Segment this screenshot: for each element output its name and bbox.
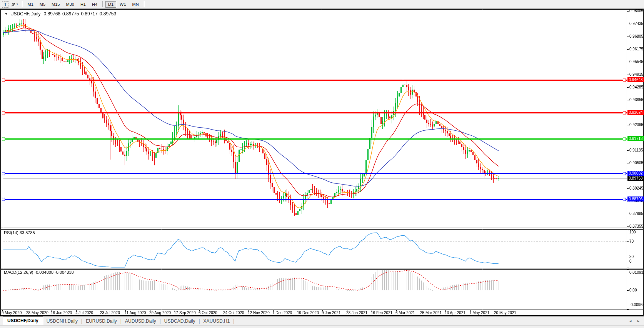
date-label: 1 Dec 2020	[272, 311, 292, 315]
price-tick-label: 0.94285	[629, 85, 643, 89]
date-label: 28 Jan 2021	[346, 311, 367, 315]
macd-indicator-label: MACD(12,26,9) -0.004808 -0.004838	[4, 270, 74, 275]
price-tick-label: 0.93655	[629, 98, 643, 102]
date-label: 23 Jul 2020	[100, 311, 120, 315]
tab-separator: |	[233, 318, 234, 324]
title-dropdown-icon[interactable]: ▼	[5, 12, 8, 16]
hline-price-label: 0.91718	[627, 136, 644, 141]
chart-tab-bar: USDCHF,DailyUSDCNH,Daily|EURUSD,Daily|AU…	[0, 316, 644, 328]
rsi-tick-label: 100	[629, 230, 636, 234]
hline-price-label: 0.88706	[627, 196, 644, 201]
tab-usdchf-daily[interactable]: USDCHF,Daily	[3, 316, 43, 325]
price-tick-label: 0.97435	[629, 22, 643, 26]
tab-eurusd-daily[interactable]: EURUSD,Daily	[82, 317, 120, 325]
price-tick-label: 0.96805	[629, 34, 643, 38]
swap-arrows-icon	[11, 2, 16, 7]
price-tick-label: 0.90505	[629, 161, 643, 165]
period-button-mn[interactable]: MN	[130, 1, 142, 8]
rsi-indicator-label: RSI(14) 33.5785	[4, 230, 35, 235]
price-tick-label: 0.87355	[629, 224, 643, 228]
period-button-w1[interactable]: W1	[117, 1, 129, 8]
period-button-m30[interactable]: M30	[63, 1, 77, 8]
period-button-h4[interactable]: H4	[89, 1, 100, 8]
timeframe-button-group: M1M5M15M30H1H4D1W1MN	[25, 1, 142, 8]
high-value: 0.89775	[62, 11, 79, 17]
price-tick-label: 0.89245	[629, 186, 643, 190]
rsi-tick-label: 0	[629, 259, 632, 263]
close-value: 0.89753	[100, 11, 116, 17]
date-label: 1 May 2021	[469, 311, 489, 315]
period-button-m1[interactable]: M1	[25, 1, 36, 8]
tab-scroll-arrows: ◄►	[629, 319, 640, 323]
date-label: 6 Oct 2020	[199, 311, 217, 315]
text-tool-button[interactable]: T	[2, 1, 8, 8]
period-button-h1[interactable]: H1	[78, 1, 88, 8]
dropdown-caret-icon: ▾	[17, 3, 18, 6]
toolbar-separator	[102, 1, 103, 7]
date-label: 6 Mar 2021	[395, 311, 415, 315]
macd-tick-label: 0.010933	[629, 270, 644, 275]
open-value: 0.89768	[44, 11, 60, 17]
price-tick-label: 0.87985	[629, 211, 643, 216]
chart-title: ▼ USDCHF,Daily 0.89768 0.89775 0.89717 0…	[5, 11, 116, 17]
hline-price-label: 0.90002	[627, 171, 644, 176]
macd-tick-label: -0.009653	[629, 303, 644, 307]
date-label: 11 Aug 2020	[125, 311, 146, 315]
chart-ohlc-values: 0.89768 0.89775 0.89717 0.89753	[44, 11, 117, 17]
tab-usdcad-daily[interactable]: USDCAD,Daily	[161, 317, 199, 325]
trading-platform-window: T ▾ M1M5M15M30H1H4D1W1MN ▼ USDCHF,Daily …	[0, 0, 644, 328]
chart-symbol-label: USDCHF,Daily	[10, 11, 41, 17]
date-label: 25 Mar 2021	[420, 311, 442, 315]
axis-labels-layer: 0.980650.974350.968050.961750.955450.949…	[0, 0, 644, 328]
toolbar-separator	[22, 1, 23, 7]
cycle-arrows-button[interactable]: ▾	[9, 1, 20, 8]
date-label: 29 Aug 2020	[149, 311, 171, 315]
date-label: 24 Oct 2020	[223, 311, 244, 315]
tabs-scroll-right-icon[interactable]: ►	[637, 319, 640, 323]
date-label: 9 May 2020	[2, 311, 22, 315]
tab-xauusd-h1[interactable]: XAUUSD,H1	[200, 317, 234, 325]
tab-usdcnh-daily[interactable]: USDCNH,Daily	[43, 317, 81, 325]
date-label: 12 Nov 2020	[248, 311, 270, 315]
date-label: 13 Apr 2021	[445, 311, 465, 315]
hline-price-label: 0.93024	[627, 110, 644, 115]
date-label: 20 May 2021	[494, 311, 516, 315]
date-label: 4 Jul 2020	[75, 311, 93, 315]
date-label: 28 May 2020	[26, 311, 48, 315]
price-tick-label: 0.91135	[629, 148, 643, 152]
date-label: 17 Sep 2020	[174, 311, 196, 315]
tab-audusd-daily[interactable]: AUDUSD,Daily	[122, 317, 160, 325]
date-label: 9 Jan 2021	[322, 311, 341, 315]
price-tick-label: 0.98065	[629, 9, 643, 13]
date-label: 16 Jun 2020	[51, 311, 72, 315]
period-button-d1[interactable]: D1	[105, 1, 116, 8]
date-label: 16 Feb 2021	[371, 311, 392, 315]
rsi-tick-label: 70	[629, 239, 634, 243]
price-tick-label: 0.94915	[629, 72, 643, 77]
period-button-m15[interactable]: M15	[49, 1, 62, 8]
period-button-m5[interactable]: M5	[37, 1, 48, 8]
toolbar-separator	[144, 1, 145, 7]
low-value: 0.89717	[81, 11, 97, 17]
current-price-label: 0.89753	[627, 176, 644, 181]
price-tick-label: 0.92395	[629, 123, 643, 127]
toolbar: T ▾ M1M5M15M30H1H4D1W1MN	[0, 0, 644, 9]
tabs-scroll-left-icon[interactable]: ◄	[629, 319, 632, 323]
rsi-tick-label: 30	[629, 255, 634, 259]
date-label: 19 Dec 2020	[297, 311, 319, 315]
price-tick-label: 0.95545	[629, 60, 643, 64]
macd-tick-label: 0.00	[629, 288, 637, 292]
price-tick-label: 0.96175	[629, 47, 643, 51]
tab-strip: USDCHF,DailyUSDCNH,Daily|EURUSD,Daily|AU…	[0, 316, 644, 326]
hline-price-label: 0.94648	[627, 77, 644, 82]
